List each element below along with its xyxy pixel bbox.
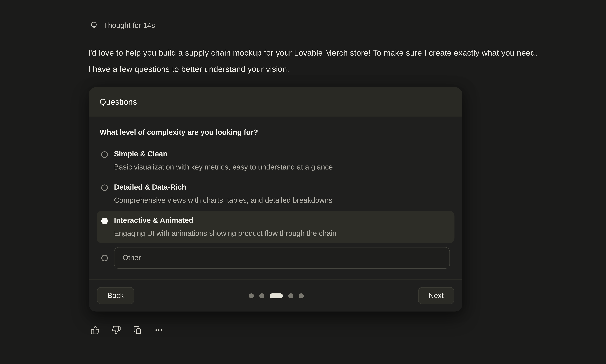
thought-toggle[interactable]: Thought for 14s	[90, 21, 155, 30]
card-footer: Back Next	[89, 279, 462, 312]
questions-card: Questions What level of complexity are y…	[89, 87, 462, 312]
option-description: Engaging UI with animations showing prod…	[114, 227, 337, 240]
question-text: What level of complexity are you looking…	[100, 128, 452, 137]
option-simple-clean[interactable]: Simple & Clean Basic visualization with …	[97, 144, 455, 177]
option-title: Interactive & Animated	[114, 214, 337, 227]
other-input[interactable]	[114, 247, 450, 269]
card-title: Questions	[100, 97, 137, 107]
thumbs-down-icon	[112, 325, 121, 335]
option-text: Interactive & Animated Engaging UI with …	[114, 214, 337, 240]
assistant-message-text: I'd love to help you build a supply chai…	[88, 45, 540, 77]
option-title: Detailed & Data-Rich	[114, 181, 332, 194]
copy-icon	[133, 325, 142, 335]
option-text: Simple & Clean Basic visualization with …	[114, 147, 333, 174]
thumbs-down-button[interactable]	[112, 325, 121, 335]
copy-button[interactable]	[133, 325, 142, 335]
pagination-dot-active[interactable]	[269, 293, 283, 298]
message-actions	[90, 325, 542, 335]
thought-label: Thought for 14s	[104, 21, 155, 30]
option-description: Comprehensive views with charts, tables,…	[114, 194, 332, 207]
thumbs-up-icon	[90, 325, 100, 335]
radio-icon[interactable]	[101, 255, 108, 261]
option-description: Basic visualization with key metrics, ea…	[114, 161, 333, 174]
option-other[interactable]	[97, 244, 455, 270]
more-options-button[interactable]	[154, 325, 163, 335]
more-options-icon	[154, 325, 163, 335]
option-detailed-data-rich[interactable]: Detailed & Data-Rich Comprehensive views…	[97, 178, 455, 210]
radio-icon[interactable]	[101, 151, 108, 158]
next-button[interactable]: Next	[418, 287, 454, 304]
option-interactive-animated[interactable]: Interactive & Animated Engaging UI with …	[97, 211, 455, 243]
card-body: What level of complexity are you looking…	[89, 117, 462, 279]
card-header: Questions	[89, 87, 462, 117]
pagination-dot[interactable]	[288, 293, 293, 298]
pagination-dot[interactable]	[298, 293, 304, 298]
chat-view: Thought for 14s I'd love to help you bui…	[0, 0, 606, 364]
radio-icon[interactable]	[101, 218, 108, 224]
thumbs-up-button[interactable]	[90, 325, 100, 335]
radio-icon[interactable]	[101, 184, 108, 191]
option-title: Simple & Clean	[114, 147, 333, 161]
assistant-turn: Thought for 14s I'd love to help you bui…	[88, 0, 542, 335]
back-button[interactable]: Back	[97, 287, 134, 304]
lightbulb-icon	[90, 21, 98, 30]
options-list: Simple & Clean Basic visualization with …	[97, 144, 455, 270]
pagination-dot[interactable]	[259, 293, 264, 298]
pagination	[249, 293, 304, 298]
pagination-dot[interactable]	[249, 293, 254, 298]
option-text: Detailed & Data-Rich Comprehensive views…	[114, 181, 332, 207]
